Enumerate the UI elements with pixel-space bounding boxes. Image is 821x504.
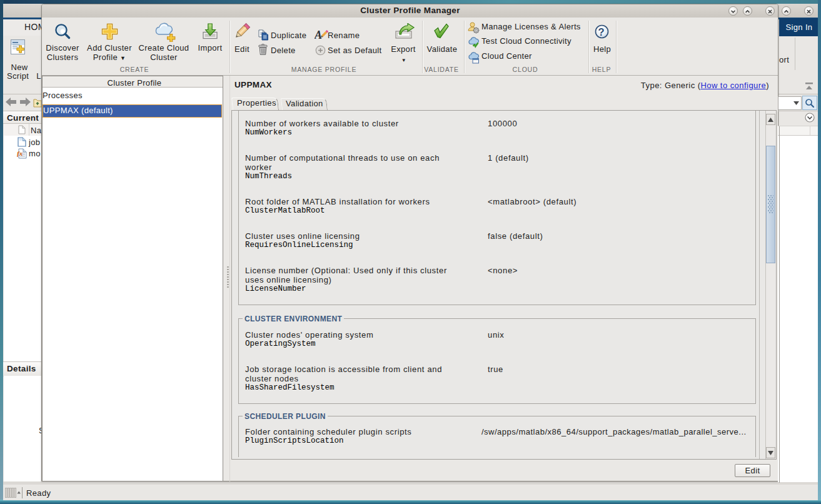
svg-text:A: A <box>315 29 322 41</box>
svg-text:?: ? <box>598 26 605 38</box>
svg-text:fx: fx <box>17 149 23 157</box>
